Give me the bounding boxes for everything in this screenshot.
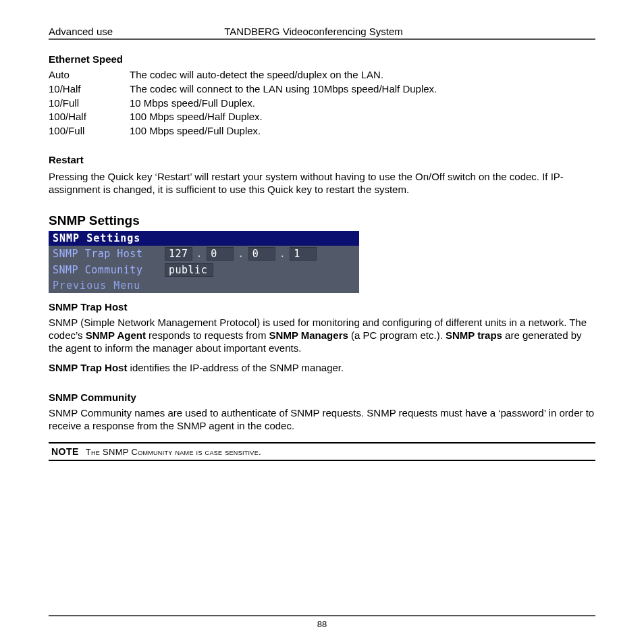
snmp-trap-host-heading: SNMP Trap Host <box>49 301 595 313</box>
ip-dot-icon: . <box>196 248 203 260</box>
note-text: The SNMP Community name is case sensitiv… <box>86 447 261 457</box>
ethernet-desc: The codec will connect to the LAN using … <box>130 83 595 96</box>
ethernet-row: Auto The codec will auto-detect the spee… <box>49 69 595 82</box>
snmp-community-label: SNMP Community <box>53 264 161 276</box>
ethernet-desc: 10 Mbps speed/Full Duplex. <box>130 97 595 110</box>
snmp-ip-octet-3[interactable]: 0 <box>248 247 275 261</box>
snmp-community-paragraph: SNMP Community names are used to authent… <box>49 407 595 433</box>
snmp-previous-menu[interactable]: Previous Menu <box>49 278 359 293</box>
ip-dot-icon: . <box>279 248 286 260</box>
snmp-trap-host-paragraph-1: SNMP (Simple Network Management Protocol… <box>49 317 595 354</box>
note-period: . <box>259 447 261 457</box>
ip-dot-icon: . <box>238 248 244 260</box>
note-label: NOTE <box>51 446 79 457</box>
snmp-settings-screenshot: SNMP Settings SNMP Trap Host 127 . 0 . 0… <box>49 231 359 293</box>
ethernet-row: 10/Half The codec will connect to the LA… <box>49 83 595 96</box>
ethernet-row: 100/Full 100 Mbps speed/Full Duplex. <box>49 125 595 138</box>
snmp-ip-octet-4[interactable]: 1 <box>290 247 317 261</box>
ethernet-row: 10/Full 10 Mbps speed/Full Duplex. <box>49 97 595 110</box>
ethernet-speed-heading: Ethernet Speed <box>49 53 595 65</box>
page-number: 88 <box>317 619 327 629</box>
ethernet-term: 10/Full <box>49 97 130 110</box>
restart-paragraph: Pressing the Quick key ‘Restart’ will re… <box>49 171 595 196</box>
snmp-ip-octet-2[interactable]: 0 <box>207 247 234 261</box>
snmp-ip-octet-1[interactable]: 127 <box>165 247 192 261</box>
text-span: (a PC program etc.). <box>348 329 446 341</box>
snmp-community-heading: SNMP Community <box>49 392 595 403</box>
bold-snmp-trap-host: SNMP Trap Host <box>49 362 127 373</box>
restart-heading: Restart <box>49 154 595 165</box>
ethernet-row: 100/Half 100 Mbps speed/Half Duplex. <box>49 111 595 124</box>
snmp-community-row: SNMP Community public <box>49 262 359 278</box>
bold-snmp-agent: SNMP Agent <box>86 329 146 341</box>
ethernet-desc: 100 Mbps speed/Half Duplex. <box>130 111 595 124</box>
bold-snmp-traps: SNMP traps <box>446 329 502 341</box>
note-seg: ommunity name is case sensitive <box>138 447 259 457</box>
note-cap: T <box>86 447 91 457</box>
ethernet-desc: 100 Mbps speed/Full Duplex. <box>130 125 595 138</box>
snmp-trap-host-paragraph-2: SNMP Trap Host identifies the IP-address… <box>49 362 595 375</box>
ethernet-term: 100/Full <box>49 125 130 138</box>
snmp-trap-host-label: SNMP Trap Host <box>53 248 161 260</box>
snmp-community-value[interactable]: public <box>165 263 213 277</box>
note-seg: he SNMP C <box>91 447 138 457</box>
ethernet-term: 10/Half <box>49 83 130 96</box>
ethernet-desc: The codec will auto-detect the speed/dup… <box>130 69 595 82</box>
ethernet-term: 100/Half <box>49 111 130 124</box>
page-header: Advanced use TANDBERG Videoconferencing … <box>49 26 595 40</box>
snmp-settings-heading: SNMP Settings <box>49 213 595 228</box>
header-left: Advanced use <box>49 26 113 37</box>
ethernet-term: Auto <box>49 69 130 82</box>
snmp-trap-host-row: SNMP Trap Host 127 . 0 . 0 . 1 <box>49 246 359 262</box>
document-page: Advanced use TANDBERG Videoconferencing … <box>0 0 644 644</box>
text-span: identifies the IP-address of the SNMP ma… <box>127 362 344 373</box>
bold-snmp-managers: SNMP Managers <box>269 329 348 341</box>
text-span: responds to requests from <box>146 329 269 341</box>
page-footer: 88 <box>49 615 595 629</box>
header-center: TANDBERG Videoconferencing System <box>113 26 595 37</box>
note-bar: NOTE The SNMP Community name is case sen… <box>49 442 595 461</box>
snmp-box-title: SNMP Settings <box>49 231 359 246</box>
